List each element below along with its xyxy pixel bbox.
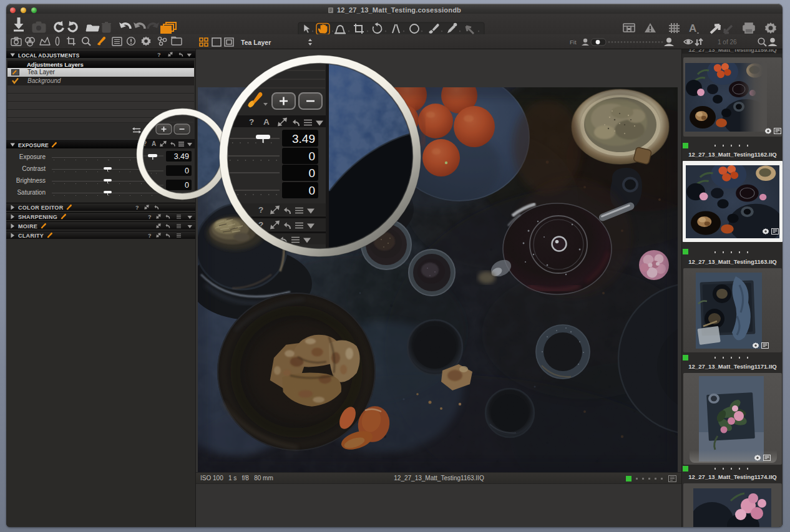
svg-text:?: ? (249, 117, 254, 127)
svg-text:0: 0 (308, 167, 315, 180)
svg-text:0: 0 (185, 167, 189, 175)
svg-text:3.49: 3.49 (174, 152, 189, 161)
svg-text:0: 0 (185, 181, 189, 190)
svg-text:3.49: 3.49 (292, 132, 315, 145)
svg-text:?: ? (258, 205, 263, 215)
svg-text:A: A (263, 117, 270, 127)
svg-text:0: 0 (308, 184, 315, 197)
svg-text:A: A (152, 140, 156, 147)
svg-text:0: 0 (308, 150, 315, 163)
